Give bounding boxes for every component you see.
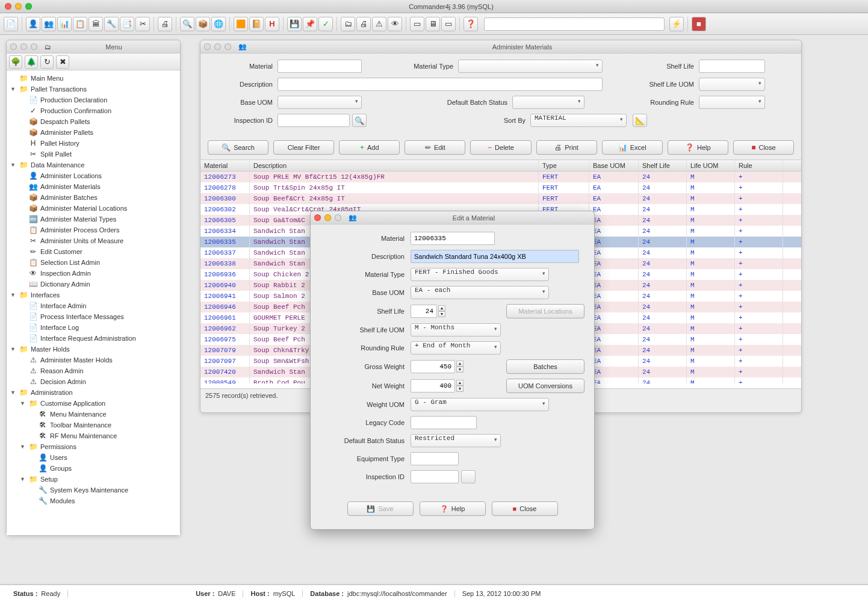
inspection-lookup-icon[interactable] bbox=[461, 470, 476, 483]
toolbar-icon[interactable]: 🖨 bbox=[356, 17, 371, 31]
shelf-life-uom-select[interactable]: M - Months bbox=[411, 323, 501, 337]
toolbar-save-icon[interactable]: 💾 bbox=[287, 17, 302, 31]
sort-by-select[interactable]: MATERIAL bbox=[530, 114, 627, 127]
save-button[interactable]: 💾Save bbox=[347, 501, 414, 516]
table-row[interactable]: 12006273Soup PRLE MV Bf&Crt15 12(4x85g)F… bbox=[200, 172, 801, 182]
excel-button[interactable]: 📊Excel bbox=[602, 140, 663, 155]
toolbar-icon[interactable]: 📔 bbox=[249, 17, 264, 31]
tree-node[interactable]: 📦Administer Material Locations bbox=[8, 203, 179, 214]
tree-node[interactable]: 👥Administer Materials bbox=[8, 181, 179, 192]
toolbar-icon[interactable]: 📋 bbox=[73, 17, 87, 31]
toolbar-icon[interactable]: ▭ bbox=[410, 17, 424, 31]
inspection-lookup-icon[interactable]: 🔍 bbox=[352, 114, 367, 127]
toolbar-icon[interactable]: 📦 bbox=[196, 17, 210, 31]
toolbar-user-icon[interactable]: 👤 bbox=[26, 17, 40, 31]
tree-node[interactable]: ▼📁Data Maintenance bbox=[8, 160, 179, 170]
material-type-select[interactable]: FERT - Finished Goods bbox=[411, 268, 549, 281]
toolbar-warning-icon[interactable]: ⚠ bbox=[372, 17, 386, 31]
inspection-id-input[interactable] bbox=[277, 114, 350, 127]
zoom-icon[interactable] bbox=[31, 43, 37, 50]
tree-node[interactable]: ▼📁Setup bbox=[8, 474, 179, 485]
toolbar-icon[interactable]: ✂ bbox=[135, 17, 150, 31]
inspection-id-field[interactable] bbox=[411, 470, 459, 483]
tree-expand-icon[interactable]: 🌳 bbox=[9, 55, 22, 69]
tree-node[interactable]: 📄Production Declaration bbox=[8, 95, 179, 105]
tree-node[interactable]: 👤Groups bbox=[8, 463, 179, 474]
tree-collapse-icon[interactable]: 🌲 bbox=[25, 55, 38, 69]
tree-node[interactable]: 📄Process Interface Messages bbox=[8, 311, 179, 322]
edit-button[interactable]: ✏Edit bbox=[405, 140, 465, 155]
material-field[interactable] bbox=[411, 232, 495, 245]
toolbar-icon[interactable]: 🔧 bbox=[104, 17, 119, 31]
material-locations-button[interactable]: Material Locations bbox=[506, 304, 584, 318]
close-icon[interactable] bbox=[314, 214, 321, 221]
tree-node[interactable]: ✂Administer Units of Measure bbox=[8, 235, 179, 246]
tree-node[interactable]: 📦Administer Batches bbox=[8, 192, 179, 203]
toolbar-print-icon[interactable]: 🖨 bbox=[158, 17, 172, 31]
tree-node[interactable]: 📦Administer Pallets bbox=[8, 127, 179, 138]
batches-button[interactable]: Batches bbox=[506, 359, 584, 374]
tree-node[interactable]: 🔤Administer Material Types bbox=[8, 214, 179, 225]
toolbar-icon[interactable]: 🟧 bbox=[234, 17, 248, 31]
clear-filter-button[interactable]: Clear Filter bbox=[273, 140, 334, 155]
toolbar-icon[interactable]: 🖥 bbox=[426, 17, 440, 31]
tree-node[interactable]: ✓Production Confirmation bbox=[8, 105, 179, 116]
col-shelf-life[interactable]: Shelf Life bbox=[639, 160, 687, 171]
toolbar-h-icon[interactable]: H bbox=[265, 17, 279, 31]
zoom-icon[interactable] bbox=[335, 214, 341, 221]
min-icon[interactable] bbox=[20, 43, 27, 50]
min-icon[interactable] bbox=[324, 214, 331, 221]
tree-node[interactable]: 📄Interface Log bbox=[8, 322, 179, 333]
default-batch-select[interactable] bbox=[512, 96, 584, 109]
zoom-window-icon[interactable] bbox=[25, 3, 32, 10]
tree-node[interactable]: 📄Interface Request Administration bbox=[8, 333, 179, 344]
close-icon[interactable] bbox=[204, 43, 211, 50]
gross-weight-field[interactable] bbox=[411, 360, 455, 373]
tree-node[interactable]: 👁Inspection Admin bbox=[8, 268, 179, 279]
toolbar-help-icon[interactable]: ❓ bbox=[463, 17, 478, 31]
toolbar-globe-icon[interactable]: 🌐 bbox=[211, 17, 226, 31]
menu-tree[interactable]: 📁Main Menu▼📁Pallet Transactions📄Producti… bbox=[7, 70, 180, 535]
toolbar-check-icon[interactable]: ✓ bbox=[318, 17, 333, 31]
default-batch-status-select[interactable]: Restricted bbox=[411, 434, 501, 447]
description-input[interactable] bbox=[277, 78, 603, 91]
tree-node[interactable]: ▼📁Master Holds bbox=[8, 344, 179, 355]
uom-conversions-button[interactable]: UOM Conversions bbox=[506, 379, 584, 393]
description-field[interactable] bbox=[411, 250, 579, 263]
weight-uom-select[interactable]: G - Gram bbox=[411, 398, 549, 411]
toolbar-users-icon[interactable]: 👥 bbox=[42, 17, 56, 31]
tree-node[interactable]: 📖Dictionary Admin bbox=[8, 279, 179, 290]
close-button[interactable]: ■Close bbox=[733, 140, 794, 155]
toolbar-icon[interactable]: 📄 bbox=[4, 17, 18, 31]
gross-weight-spinner[interactable]: ▲▼ bbox=[456, 361, 463, 373]
toolbar-icon[interactable]: ▭ bbox=[441, 17, 456, 31]
tree-node[interactable]: ✂Split Pallet bbox=[8, 149, 179, 160]
rounding-rule-select[interactable] bbox=[699, 96, 765, 109]
minimize-window-icon[interactable] bbox=[15, 3, 22, 10]
base-uom-select[interactable] bbox=[277, 96, 362, 109]
tree-node[interactable]: 📦Despatch Pallets bbox=[8, 116, 179, 127]
tree-node[interactable]: ✏Edit Customer bbox=[8, 246, 179, 257]
toolbar-icon[interactable]: 📑 bbox=[120, 17, 134, 31]
table-row[interactable]: 12006278Soup Trt&Spin 24x85g ITFERTEA24M… bbox=[200, 182, 801, 193]
legacy-code-field[interactable] bbox=[411, 416, 477, 429]
equipment-type-field[interactable] bbox=[411, 452, 459, 465]
tree-node[interactable]: 👤Users bbox=[8, 452, 179, 463]
close-icon[interactable] bbox=[10, 43, 17, 50]
tree-node[interactable]: ⚠Reason Admin bbox=[8, 365, 179, 376]
min-icon[interactable] bbox=[214, 43, 221, 50]
shelf-life-spinner[interactable]: ▲▼ bbox=[438, 305, 445, 317]
toolbar-combo[interactable] bbox=[484, 17, 665, 31]
table-row[interactable]: 12006300Soup Beef&Crt 24x85g ITFERTEA24M… bbox=[200, 193, 801, 204]
col-base-uom[interactable]: Base UOM bbox=[589, 160, 639, 171]
search-button[interactable]: 🔍Search bbox=[208, 140, 268, 155]
tree-node[interactable]: ▼📁Pallet Transactions bbox=[8, 84, 179, 95]
tree-icon[interactable]: ✖ bbox=[56, 55, 69, 69]
tree-node[interactable]: 📄Interface Admin bbox=[8, 300, 179, 311]
tree-node[interactable]: 🔧Modules bbox=[8, 495, 179, 506]
tree-node[interactable]: ▼📁Customise Application bbox=[8, 398, 179, 409]
tree-node[interactable]: ⚠Decision Admin bbox=[8, 376, 179, 387]
toolbar-lightning-icon[interactable]: ⚡ bbox=[669, 17, 684, 31]
zoom-icon[interactable] bbox=[225, 43, 231, 50]
col-description[interactable]: Description bbox=[250, 160, 539, 171]
